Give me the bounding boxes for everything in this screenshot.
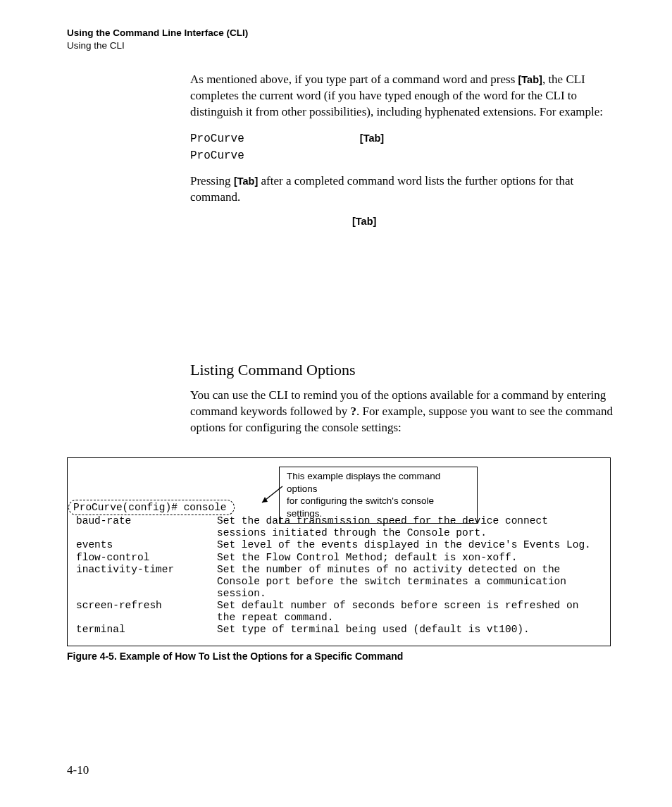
page-number: 4-10 (67, 763, 89, 777)
option-row: terminalSet type of terminal being used … (70, 624, 606, 636)
body-column: As mentioned above, if you type part of … (190, 72, 616, 436)
option-description: Set type of terminal being used (default… (217, 624, 606, 636)
option-description: Set default number of seconds before scr… (217, 600, 606, 624)
tab-key: [Tab] (518, 74, 542, 85)
option-keyword: flow-control (70, 552, 217, 564)
option-row: inactivity-timerSet the number of minute… (70, 564, 606, 600)
option-keyword: screen-refresh (70, 600, 217, 624)
header-title: Using the Command Line Interface (CLI) (67, 27, 612, 39)
figure: This example displays the command option… (67, 457, 612, 662)
option-description: Set the data transmission speed for the … (217, 515, 606, 539)
running-header: Using the Command Line Interface (CLI) U… (67, 27, 612, 52)
header-subtitle: Using the CLI (67, 39, 612, 52)
option-row: flow-controlSet the Flow Control Method;… (70, 552, 606, 564)
callout-line: This example displays the command option… (287, 470, 470, 495)
option-keyword: inactivity-timer (70, 564, 217, 600)
section-heading: Listing Command Options (190, 361, 616, 379)
code-text: ProCurve (190, 149, 244, 162)
code-line: ProCurve (190, 147, 616, 164)
tab-key: [Tab] (234, 175, 258, 187)
figure-caption: Figure 4-5. Example of How To List the O… (67, 651, 612, 662)
code-text: ProCurve (190, 133, 244, 145)
figure-box: This example displays the command option… (67, 457, 611, 646)
terminal-listing: ProCurve(config)# console baud-rateSet t… (70, 502, 606, 636)
page: Using the Command Line Interface (CLI) U… (0, 0, 672, 807)
p2-text-a: Pressing (190, 174, 234, 187)
p1-text-a: As mentioned above, if you type part of … (190, 73, 518, 86)
paragraph-1: As mentioned above, if you type part of … (190, 72, 616, 121)
option-description: Set level of the events displayed in the… (217, 539, 606, 551)
tab-key-standalone: [Tab] (352, 216, 616, 227)
option-description: Set the number of minutes of no activity… (217, 564, 606, 600)
code-line: ProCurve [Tab] (190, 130, 616, 147)
paragraph-3: You can use the CLI to remind you of the… (190, 388, 616, 436)
tab-key: [Tab] (360, 132, 384, 146)
option-row: screen-refreshSet default number of seco… (70, 600, 606, 624)
option-row: baud-rateSet the data transmission speed… (70, 515, 606, 539)
option-row: eventsSet level of the events displayed … (70, 539, 606, 551)
option-keyword: events (70, 539, 217, 551)
option-keyword: baud-rate (70, 515, 217, 539)
paragraph-2: Pressing [Tab] after a completed command… (190, 173, 616, 206)
option-description: Set the Flow Control Method; default is … (217, 552, 606, 564)
option-keyword: terminal (70, 624, 217, 636)
terminal-prompt: ProCurve(config)# console (70, 502, 606, 515)
question-mark: ? (351, 405, 357, 418)
code-example-1: ProCurve [Tab] ProCurve (190, 130, 616, 164)
